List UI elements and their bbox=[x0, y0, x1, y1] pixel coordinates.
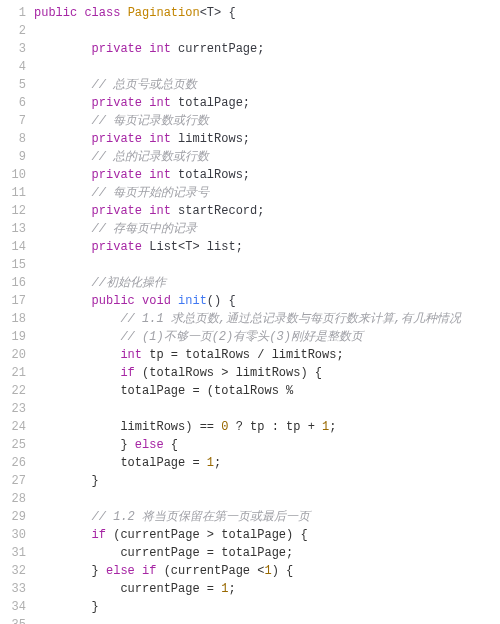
token: totalPage; bbox=[178, 96, 250, 110]
code-content bbox=[34, 22, 500, 40]
code-content: // 总的记录数或行数 bbox=[34, 148, 500, 166]
code-content: currentPage = totalPage; bbox=[34, 544, 500, 562]
token: 1 bbox=[264, 564, 271, 578]
code-content: } bbox=[34, 598, 500, 616]
code-line: 30 if (currentPage > totalPage) { bbox=[0, 526, 500, 544]
line-number: 35 bbox=[0, 616, 34, 624]
token: int bbox=[120, 348, 142, 362]
code-content: currentPage = 1; bbox=[34, 580, 500, 598]
code-line: 5 // 总页号或总页数 bbox=[0, 76, 500, 94]
token: 1 bbox=[322, 420, 329, 434]
line-number: 22 bbox=[0, 382, 34, 400]
line-number: 30 bbox=[0, 526, 34, 544]
token: () { bbox=[207, 294, 236, 308]
token: int bbox=[149, 96, 171, 110]
code-line: 12 private int startRecord; bbox=[0, 202, 500, 220]
code-content: private int currentPage; bbox=[34, 40, 500, 58]
line-number: 9 bbox=[0, 148, 34, 166]
code-content: public class Pagination<T> { bbox=[34, 4, 500, 22]
line-number: 8 bbox=[0, 130, 34, 148]
token: private bbox=[92, 204, 142, 218]
code-content: // 1.1 求总页数,通过总记录数与每页行数来计算,有几种情况 bbox=[34, 310, 500, 328]
code-line: 24 limitRows) == 0 ? tp : tp + 1; bbox=[0, 418, 500, 436]
code-line: 10 private int totalRows; bbox=[0, 166, 500, 184]
code-content: totalPage = 1; bbox=[34, 454, 500, 472]
token: private bbox=[92, 96, 142, 110]
code-line: 13 // 存每页中的记录 bbox=[0, 220, 500, 238]
token: private bbox=[92, 132, 142, 146]
line-number: 12 bbox=[0, 202, 34, 220]
code-line: 28 bbox=[0, 490, 500, 508]
code-line: 26 totalPage = 1; bbox=[0, 454, 500, 472]
line-number: 34 bbox=[0, 598, 34, 616]
line-number: 13 bbox=[0, 220, 34, 238]
token: int bbox=[149, 204, 171, 218]
code-content: // 每页记录数或行数 bbox=[34, 112, 500, 130]
code-line: 20 int tp = totalRows / limitRows; bbox=[0, 346, 500, 364]
code-line: 29 // 1.2 将当页保留在第一页或最后一页 bbox=[0, 508, 500, 526]
code-line: 11 // 每页开始的记录号 bbox=[0, 184, 500, 202]
line-number: 17 bbox=[0, 292, 34, 310]
code-content: private int limitRows; bbox=[34, 130, 500, 148]
code-content: totalPage = (totalRows % bbox=[34, 382, 500, 400]
code-line: 6 private int totalPage; bbox=[0, 94, 500, 112]
line-number: 14 bbox=[0, 238, 34, 256]
code-line: 7 // 每页记录数或行数 bbox=[0, 112, 500, 130]
token: list; bbox=[207, 240, 243, 254]
code-content: // 总页号或总页数 bbox=[34, 76, 500, 94]
line-number: 11 bbox=[0, 184, 34, 202]
token: public bbox=[92, 294, 135, 308]
code-content: public void init() { bbox=[34, 292, 500, 310]
code-content: // 1.2 将当页保留在第一页或最后一页 bbox=[34, 508, 500, 526]
code-line: 22 totalPage = (totalRows % bbox=[0, 382, 500, 400]
code-content: // 每页开始的记录号 bbox=[34, 184, 500, 202]
code-content: } else if (currentPage <1) { bbox=[34, 562, 500, 580]
token: // 每页开始的记录号 bbox=[92, 186, 210, 200]
code-line: 27 } bbox=[0, 472, 500, 490]
line-number: 23 bbox=[0, 400, 34, 418]
line-number: 3 bbox=[0, 40, 34, 58]
line-number: 28 bbox=[0, 490, 34, 508]
code-content bbox=[34, 400, 500, 418]
line-number: 2 bbox=[0, 22, 34, 40]
token: // 存每页中的记录 bbox=[92, 222, 198, 236]
line-number: 19 bbox=[0, 328, 34, 346]
token: <T> { bbox=[200, 6, 236, 20]
line-number: 15 bbox=[0, 256, 34, 274]
code-content: private int startRecord; bbox=[34, 202, 500, 220]
token: totalRows; bbox=[178, 168, 250, 182]
code-content: } else { bbox=[34, 436, 500, 454]
token: public bbox=[34, 6, 77, 20]
code-line: 25 } else { bbox=[0, 436, 500, 454]
token: int bbox=[149, 168, 171, 182]
line-number: 31 bbox=[0, 544, 34, 562]
code-line: 8 private int limitRows; bbox=[0, 130, 500, 148]
code-content: if (currentPage > totalPage) { bbox=[34, 526, 500, 544]
code-content: private int totalRows; bbox=[34, 166, 500, 184]
line-number: 21 bbox=[0, 364, 34, 382]
code-block: 1public class Pagination<T> {23 private … bbox=[0, 0, 500, 624]
code-content: int tp = totalRows / limitRows; bbox=[34, 346, 500, 364]
line-number: 24 bbox=[0, 418, 34, 436]
token: if bbox=[120, 366, 134, 380]
code-content: // 存每页中的记录 bbox=[34, 220, 500, 238]
code-line: 1public class Pagination<T> { bbox=[0, 4, 500, 22]
token: 1 bbox=[221, 582, 228, 596]
token: // (1)不够一页(2)有零头(3)刚好是整数页 bbox=[120, 330, 362, 344]
line-number: 26 bbox=[0, 454, 34, 472]
line-number: 29 bbox=[0, 508, 34, 526]
code-line: 19 // (1)不够一页(2)有零头(3)刚好是整数页 bbox=[0, 328, 500, 346]
token: startRecord; bbox=[178, 204, 264, 218]
code-content bbox=[34, 256, 500, 274]
code-line: 33 currentPage = 1; bbox=[0, 580, 500, 598]
token: if bbox=[142, 564, 156, 578]
token: init bbox=[178, 294, 207, 308]
token: // 总页号或总页数 bbox=[92, 78, 198, 92]
code-content: limitRows) == 0 ? tp : tp + 1; bbox=[34, 418, 500, 436]
token: Pagination bbox=[128, 6, 200, 20]
token: int bbox=[149, 42, 171, 56]
code-line: 21 if (totalRows > limitRows) { bbox=[0, 364, 500, 382]
line-number: 18 bbox=[0, 310, 34, 328]
code-line: 3 private int currentPage; bbox=[0, 40, 500, 58]
code-line: 2 bbox=[0, 22, 500, 40]
